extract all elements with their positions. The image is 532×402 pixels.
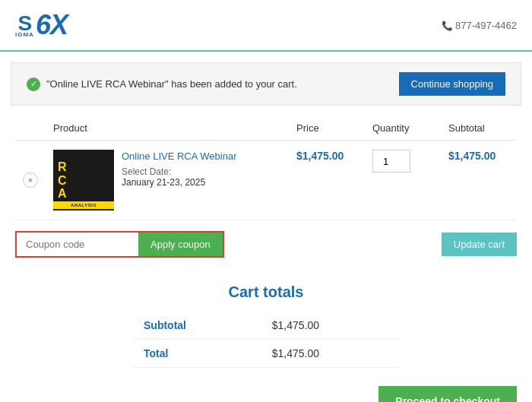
logo-six: 6X <box>36 9 68 41</box>
site-logo: S IGMA 6X <box>15 9 68 41</box>
page-header: S IGMA 6X 877-497-4462 <box>0 0 532 52</box>
totals-table: Subtotal $1,475.00 Total $1,475.00 <box>133 312 399 368</box>
cart-totals-section: Cart totals Subtotal $1,475.00 Total $1,… <box>0 283 532 368</box>
notification-text: "Online LIVE RCA Webinar" has been added… <box>46 78 297 90</box>
select-date-label: Select Date: <box>122 166 237 177</box>
rca-full-label: ANALYSIS <box>53 201 114 209</box>
product-details: R C A ANALYSIS Online LIVE RCA Webinar S… <box>53 150 281 210</box>
product-name-link[interactable]: Online LIVE RCA Webinar <box>122 150 237 162</box>
col-header-quantity: Quantity <box>365 116 441 141</box>
col-header-remove <box>15 116 46 141</box>
coupon-code-input[interactable] <box>17 233 138 256</box>
col-header-subtotal: Subtotal <box>441 116 517 141</box>
phone-number: 877-497-4462 <box>442 20 517 31</box>
coupon-input-group: Apply coupon <box>15 231 224 258</box>
remove-item-button[interactable]: × <box>23 173 38 188</box>
date-value: January 21-23, 2025 <box>122 177 237 188</box>
success-icon: ✓ <box>27 78 40 91</box>
total-value: $1,475.00 <box>261 340 399 368</box>
table-row: × R C A ANALYSIS <box>15 141 517 220</box>
apply-coupon-button[interactable]: Apply coupon <box>138 233 223 256</box>
logo-igma: IGMA <box>15 31 34 38</box>
subtotal-label: Subtotal <box>133 312 261 340</box>
subtotal-value: $1,475.00 <box>261 312 399 340</box>
product-image: R C A ANALYSIS <box>53 150 114 210</box>
notification-message-container: ✓ "Online LIVE RCA Webinar" has been add… <box>27 78 297 91</box>
update-cart-button[interactable]: Update cart <box>442 233 517 256</box>
checkout-button[interactable]: Proceed to checkout <box>378 386 517 402</box>
continue-shopping-button[interactable]: Continue shopping <box>399 72 505 96</box>
col-header-price: Price <box>289 116 365 141</box>
checkout-row: Proceed to checkout <box>0 375 532 402</box>
totals-subtotal-row: Subtotal $1,475.00 <box>133 312 399 340</box>
rca-image-text: R C A <box>53 156 71 205</box>
cart-table: Product Price Quantity Subtotal × R <box>15 116 517 220</box>
item-price: $1,475.00 <box>289 141 365 220</box>
quantity-input[interactable] <box>372 150 410 173</box>
cart-totals-title: Cart totals <box>0 283 532 301</box>
coupon-row: Apply coupon Update cart <box>15 220 517 265</box>
product-info: Online LIVE RCA Webinar Select Date: Jan… <box>122 150 237 188</box>
cart-section: Product Price Quantity Subtotal × R <box>0 106 532 276</box>
col-header-product: Product <box>46 116 289 141</box>
item-subtotal: $1,475.00 <box>441 141 517 220</box>
totals-total-row: Total $1,475.00 <box>133 340 399 368</box>
notification-bar: ✓ "Online LIVE RCA Webinar" has been add… <box>11 62 521 106</box>
total-label: Total <box>133 340 261 368</box>
